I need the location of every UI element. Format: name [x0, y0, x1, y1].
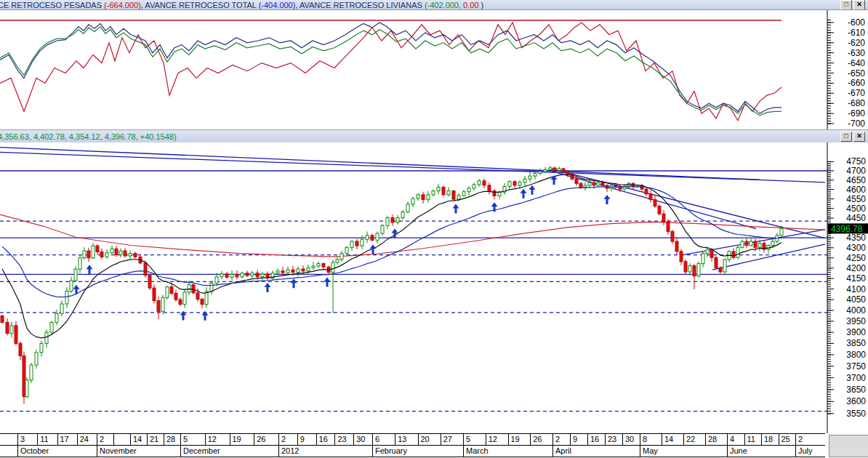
y-axis-label: 4450 [846, 213, 866, 223]
restore-button[interactable]: □ [840, 132, 852, 142]
candle-down [6, 322, 9, 333]
oscillator-line [0, 23, 781, 113]
candle-up [457, 196, 460, 199]
price-chart-canvas[interactable]: 4750470046504600455045004450440043504300… [0, 142, 868, 433]
buy-arrow-icon [202, 311, 209, 321]
month-cell: June [727, 446, 795, 457]
candle-down [488, 185, 491, 191]
last-price-label: 4396.78 [831, 224, 863, 234]
price-window-titlebar[interactable]: 4,356.63, 4,402.78, 4,354.12, 4,396.78, … [0, 129, 868, 143]
candle-up [65, 291, 68, 304]
y-axis-label: 3600 [846, 396, 866, 406]
candle-up [584, 185, 587, 188]
indicator-window-titlebar[interactable]: CE RETROCESO PESADAS (-664.000), AVANCE … [0, 0, 868, 10]
date-cell: 2 [795, 434, 825, 445]
date-cell: 23 [334, 434, 353, 445]
date-cell: 26 [530, 434, 552, 445]
y-axis-label: 3750 [846, 361, 866, 371]
candle-up [50, 322, 53, 332]
y-axis-label: -670 [848, 88, 865, 98]
price-window-title: 4,356.63, 4,402.78, 4,354.12, 4,396.78, … [0, 132, 840, 141]
title-part: (-664.000) [104, 1, 141, 9]
y-axis-label: -690 [848, 108, 865, 118]
candle-up [518, 182, 521, 185]
date-cell: 16 [587, 434, 605, 445]
candle-down [579, 183, 582, 187]
date-axis-months: OctoberNovemberDecember2012FebruaryMarch… [0, 446, 825, 457]
candle-up [129, 254, 132, 256]
candle-up [25, 380, 28, 397]
date-cell: 28 [705, 434, 727, 445]
candle-down [100, 252, 103, 257]
date-cell: 5 [463, 434, 486, 445]
candle-down [115, 249, 118, 254]
y-axis-label: 4000 [846, 305, 866, 316]
candle-down [225, 274, 228, 278]
candle-down [236, 274, 238, 276]
candle-down [675, 241, 678, 252]
date-cell: 19 [230, 434, 254, 445]
date-cell: 14 [130, 434, 147, 445]
candle-down [256, 273, 259, 277]
candle-up [166, 287, 169, 298]
month-cell: 2012 [278, 446, 372, 457]
close-icon: ✕ [856, 1, 862, 8]
candle-down [715, 257, 718, 268]
candle-down [355, 241, 358, 246]
candle-down [566, 172, 569, 174]
title-part: CE RETROCESO PESADAS [0, 1, 104, 9]
date-cell: 2 [552, 434, 570, 445]
candle-up [706, 249, 709, 254]
indicator-chart-canvas[interactable]: -600-610-620-630-640-650-660-670-680-690… [0, 10, 868, 129]
candle-down [1, 316, 4, 322]
date-cell: 9 [570, 434, 587, 445]
month-cell [0, 446, 17, 457]
buy-arrow-icon [453, 204, 459, 213]
candle-down [562, 169, 565, 172]
candle-down [575, 179, 578, 183]
y-axis-label: 4300 [846, 243, 866, 253]
date-cell: 2 [278, 434, 297, 445]
month-cell: April [552, 446, 640, 457]
date-axis-days: 3111724214212851219262916233061320275121… [0, 433, 825, 446]
date-cell: 12 [205, 434, 230, 445]
candle-up [401, 212, 404, 218]
candle-up [10, 326, 13, 334]
candle-down [201, 300, 204, 305]
close-button[interactable]: ✕ [853, 132, 865, 142]
scrollbar-corner [829, 435, 868, 457]
candle-up [411, 198, 414, 204]
candle-up [697, 264, 700, 276]
trendline [0, 148, 760, 180]
candle-up [381, 225, 384, 233]
candle-down [87, 251, 90, 258]
candle-down [196, 293, 199, 300]
y-axis-label: 4550 [846, 194, 866, 204]
restore-button[interactable]: □ [840, 0, 852, 10]
y-axis-label: 3550 [846, 409, 866, 419]
candle-down [662, 214, 665, 222]
restore-icon: □ [844, 133, 848, 140]
candle-up [432, 191, 435, 195]
date-cell: 17 [57, 434, 77, 445]
candle-up [110, 249, 113, 253]
candle-down [649, 194, 652, 200]
date-cell [113, 434, 130, 445]
month-cell: December [180, 446, 278, 457]
close-button[interactable]: ✕ [853, 0, 865, 10]
candle-down [442, 187, 445, 194]
candle-up [529, 176, 531, 179]
candle-up [92, 246, 95, 258]
candle-up [427, 195, 430, 200]
y-axis-label: -620 [848, 38, 865, 48]
y-axis-label: -610 [848, 28, 865, 38]
candle-up [317, 264, 320, 266]
candle-down [667, 222, 670, 232]
candle-up [276, 271, 279, 273]
candle-up [736, 247, 739, 257]
candle-up [508, 182, 511, 187]
candle-up [771, 241, 774, 246]
candle-up [597, 182, 600, 185]
candle-up [437, 187, 440, 190]
candle-down [144, 263, 147, 276]
